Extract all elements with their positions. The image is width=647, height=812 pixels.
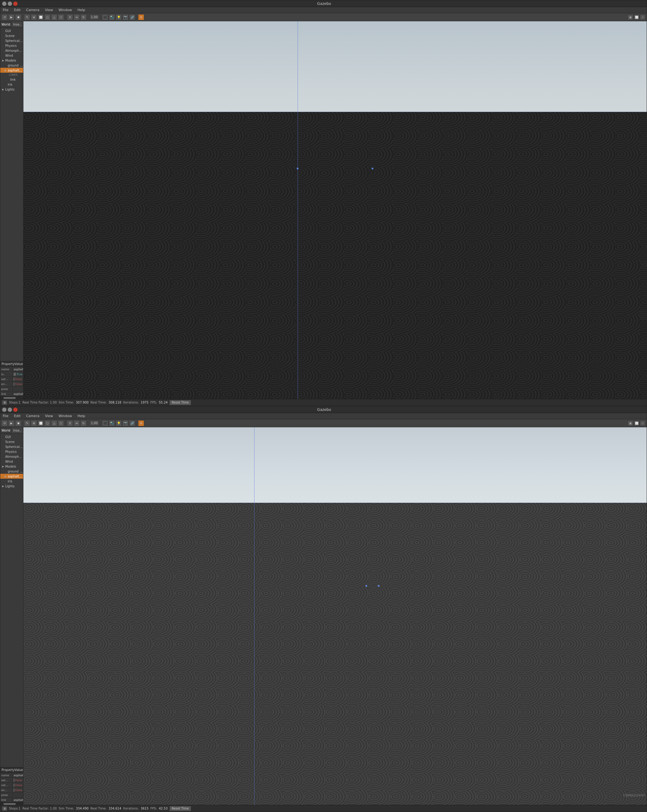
top-menu-help[interactable]: Help bbox=[76, 8, 86, 12]
top-tree-asphalt[interactable]: ▶asphalt... bbox=[0, 68, 23, 73]
bottom-win-controls[interactable] bbox=[2, 408, 18, 412]
toolbar-btn-8[interactable]: ⬡ bbox=[58, 14, 64, 20]
btoolbar-btn-13[interactable]: 🔦 bbox=[109, 420, 115, 426]
bottom-h-scrollbar-thumb[interactable] bbox=[3, 803, 16, 805]
btoolbar-right-0[interactable]: ▣ bbox=[627, 420, 633, 426]
btoolbar-btn-9[interactable]: ⇕ bbox=[67, 420, 73, 426]
toolbar-btn-6[interactable]: ○ bbox=[44, 14, 50, 20]
btoolbar-btn-11[interactable]: ↻ bbox=[81, 420, 87, 426]
top-win-controls[interactable] bbox=[2, 2, 18, 6]
btoolbar-btn-0[interactable]: ↺ bbox=[2, 420, 8, 426]
bottom-tab-insert[interactable]: Inse.. bbox=[12, 427, 23, 433]
bottom-menu-edit[interactable]: Edit bbox=[13, 414, 21, 418]
top-tab-insert[interactable]: Inse.. bbox=[12, 21, 23, 27]
bottom-tab-world[interactable]: World bbox=[0, 427, 12, 433]
top-tree-models[interactable]: ▶Models bbox=[0, 58, 23, 63]
bottom-tree-lights[interactable]: ▶Lights bbox=[0, 484, 23, 488]
bottom-menu-view[interactable]: View bbox=[44, 414, 54, 418]
toolbar-btn-9[interactable]: ⇕ bbox=[67, 14, 73, 20]
bottom-menu-camera[interactable]: Camera bbox=[25, 414, 41, 418]
btoolbar-btn-2[interactable]: ⏹ bbox=[15, 420, 21, 426]
top-prop-is-checkbox[interactable]: ✓ bbox=[14, 373, 16, 376]
bottom-tree-scene[interactable]: Scene bbox=[0, 439, 23, 444]
toolbar-btn-11[interactable]: ↻ bbox=[81, 14, 87, 20]
top-tree-ground[interactable]: ground_... bbox=[0, 63, 23, 68]
btoolbar-btn-5[interactable]: ⬜ bbox=[38, 420, 44, 426]
btoolbar-btn-14[interactable]: 💡 bbox=[116, 420, 122, 426]
top-prop-en-checkbox[interactable] bbox=[14, 383, 14, 386]
top-pause-btn[interactable]: ⏸ bbox=[2, 400, 7, 405]
top-tree-link[interactable]: link bbox=[0, 77, 23, 82]
top-menu-edit[interactable]: Edit bbox=[13, 8, 21, 12]
bottom-pause-btn[interactable]: ⏸ bbox=[2, 806, 7, 811]
top-viewport[interactable] bbox=[23, 21, 647, 399]
bottom-minimize-btn[interactable] bbox=[2, 408, 6, 412]
top-close-btn[interactable] bbox=[13, 2, 18, 6]
bottom-menu-window[interactable]: Window bbox=[57, 414, 73, 418]
btoolbar-btn-7[interactable]: △ bbox=[51, 420, 57, 426]
btoolbar-btn-10[interactable]: ⇔ bbox=[74, 420, 80, 426]
top-tree-atmosphere[interactable]: Atmosphere bbox=[0, 48, 23, 53]
top-tree-iris[interactable]: iris bbox=[0, 82, 23, 87]
toolbar-btn-0[interactable]: ↺ bbox=[2, 14, 8, 20]
bottom-tree-spherical[interactable]: Spherical Co... bbox=[0, 444, 23, 449]
bottom-tree-iris[interactable]: iris bbox=[0, 479, 23, 484]
toolbar-right-0[interactable]: ▣ bbox=[627, 14, 633, 20]
top-tree-physics[interactable]: Physics bbox=[0, 43, 23, 48]
bottom-prop-set2-checkbox[interactable] bbox=[14, 784, 14, 787]
btoolbar-right-1[interactable]: ⬜ bbox=[634, 420, 639, 426]
bottom-close-btn[interactable] bbox=[13, 408, 18, 412]
btoolbar-btn-16[interactable]: 🔗 bbox=[129, 420, 135, 426]
toolbar-btn-14[interactable]: 💡 bbox=[116, 14, 122, 20]
top-prop-set-checkbox[interactable] bbox=[14, 378, 14, 381]
toolbar-right-1[interactable]: ⬜ bbox=[634, 14, 639, 20]
toolbar-btn-orange[interactable]: ⚙ bbox=[138, 14, 144, 20]
toolbar-btn-2[interactable]: ⏹ bbox=[15, 14, 21, 20]
btoolbar-right-2[interactable]: ⤢ bbox=[640, 420, 645, 426]
top-tree-gui[interactable]: GUI bbox=[0, 28, 23, 33]
bottom-tree-physics[interactable]: Physics bbox=[0, 449, 23, 454]
top-menu-camera[interactable]: Camera bbox=[25, 8, 41, 12]
bottom-tree-ground[interactable]: ground_... bbox=[0, 469, 23, 474]
bottom-h-scrollbar[interactable] bbox=[0, 803, 23, 805]
bottom-tree-models[interactable]: ▶Models bbox=[0, 464, 23, 469]
toolbar-btn-12[interactable]: ⬛ bbox=[102, 14, 108, 20]
toolbar-btn-13[interactable]: 🔦 bbox=[109, 14, 115, 20]
bottom-tree-atmosphere[interactable]: Atmosphere bbox=[0, 454, 23, 459]
toolbar-btn-1[interactable]: ▶ bbox=[8, 14, 14, 20]
top-tree-wind[interactable]: Wind bbox=[0, 53, 23, 58]
btoolbar-btn-6[interactable]: ○ bbox=[44, 420, 50, 426]
bottom-viewport[interactable]: CSDN后记/付符0 bbox=[23, 427, 647, 805]
bottom-tree-wind[interactable]: Wind bbox=[0, 459, 23, 464]
top-tree-lights[interactable]: ▶Lights bbox=[0, 87, 23, 92]
toolbar-right-2[interactable]: ⤢ bbox=[640, 14, 645, 20]
bottom-prop-en-checkbox[interactable] bbox=[14, 789, 14, 792]
top-maximize-btn[interactable] bbox=[8, 2, 12, 6]
top-tab-world[interactable]: World bbox=[0, 21, 12, 27]
top-menu-view[interactable]: View bbox=[44, 8, 54, 12]
toolbar-btn-16[interactable]: 🔗 bbox=[129, 14, 135, 20]
btoolbar-btn-8[interactable]: ⬡ bbox=[58, 420, 64, 426]
toolbar-btn-4[interactable]: ⊕ bbox=[31, 14, 37, 20]
toolbar-btn-3[interactable]: ✎ bbox=[24, 14, 30, 20]
bottom-menu-help[interactable]: Help bbox=[76, 414, 86, 418]
top-tree-scene[interactable]: Scene bbox=[0, 33, 23, 38]
top-h-scrollbar-thumb[interactable] bbox=[3, 397, 16, 399]
top-reset-btn[interactable]: Reset Time bbox=[169, 400, 191, 405]
btoolbar-btn-orange[interactable]: ⚙ bbox=[138, 420, 144, 426]
btoolbar-btn-3[interactable]: ✎ bbox=[24, 420, 30, 426]
toolbar-btn-7[interactable]: △ bbox=[51, 14, 57, 20]
top-menu-file[interactable]: File bbox=[2, 8, 9, 12]
top-h-scrollbar[interactable] bbox=[0, 397, 23, 399]
btoolbar-btn-1[interactable]: ▶ bbox=[8, 420, 14, 426]
top-minimize-btn[interactable] bbox=[2, 2, 6, 6]
bottom-maximize-btn[interactable] bbox=[8, 408, 12, 412]
toolbar-btn-15[interactable]: 📷 bbox=[122, 14, 128, 20]
btoolbar-btn-15[interactable]: 📷 bbox=[122, 420, 128, 426]
btoolbar-btn-12[interactable]: ⬛ bbox=[102, 420, 108, 426]
toolbar-btn-5[interactable]: ⬜ bbox=[38, 14, 44, 20]
bottom-prop-set1-checkbox[interactable] bbox=[14, 779, 14, 782]
bottom-tree-asphalt[interactable]: ▶asphalt... bbox=[0, 474, 23, 479]
toolbar-btn-10[interactable]: ⇔ bbox=[74, 14, 80, 20]
top-tree-spherical[interactable]: Spherical Co... bbox=[0, 38, 23, 43]
